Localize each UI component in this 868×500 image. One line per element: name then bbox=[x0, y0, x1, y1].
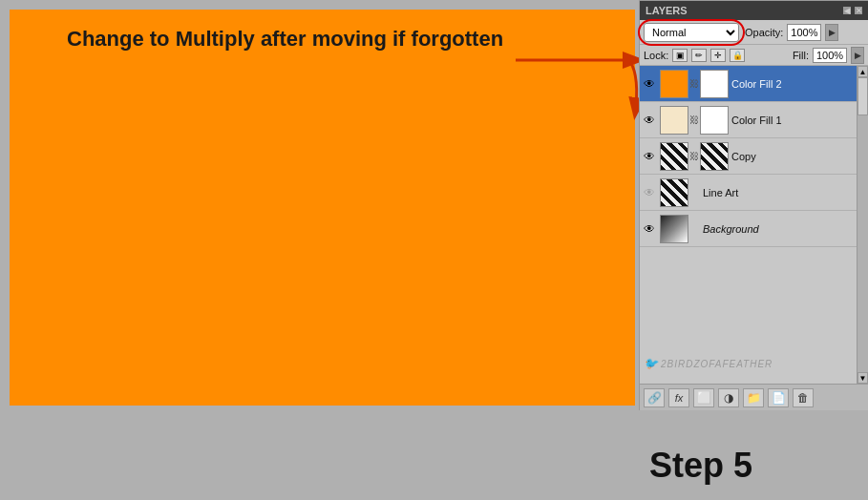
lock-row: Lock: ▣ ✏ ✛ 🔒 Fill: 100% ▶ bbox=[640, 45, 868, 66]
layer-chain-icon bbox=[689, 185, 699, 200]
layer-row[interactable]: 👁 ⛓ Copy bbox=[640, 138, 868, 175]
layers-panel-titlebar: LAYERS ◀ ✕ bbox=[640, 1, 868, 20]
adjustment-btn[interactable]: ◑ bbox=[718, 388, 739, 407]
layer-chain-icon bbox=[689, 221, 699, 237]
link-layers-btn[interactable]: 🔗 bbox=[644, 388, 665, 407]
scroll-thumb[interactable] bbox=[857, 77, 868, 115]
fx-btn[interactable]: fx bbox=[668, 388, 689, 407]
layer-visibility-toggle[interactable]: 👁 bbox=[642, 185, 657, 200]
layer-name: Background bbox=[703, 223, 852, 235]
layer-thumb-1 bbox=[660, 178, 688, 207]
layer-row[interactable]: 👁 ⛓ Color Fill 1 bbox=[640, 102, 868, 138]
layer-visibility-toggle[interactable]: 👁 bbox=[642, 149, 657, 164]
opacity-arrow-btn[interactable]: ▶ bbox=[825, 24, 838, 41]
layer-visibility-toggle[interactable]: 👁 bbox=[642, 76, 657, 92]
blend-mode-select[interactable]: Normal Dissolve Multiply Screen Overlay bbox=[644, 23, 739, 42]
blend-mode-row: Normal Dissolve Multiply Screen Overlay … bbox=[640, 20, 868, 45]
fill-arrow-btn[interactable]: ▶ bbox=[851, 47, 864, 64]
layer-thumbnail-group: ⛓ bbox=[660, 106, 729, 135]
layer-thumb-2 bbox=[700, 70, 729, 98]
layers-panel: LAYERS ◀ ✕ Normal Dissolve Multiply Scre… bbox=[639, 0, 868, 410]
panel-close-btn[interactable]: ✕ bbox=[855, 7, 862, 14]
opacity-label: Opacity: bbox=[745, 27, 783, 38]
layer-name: Copy bbox=[731, 151, 866, 162]
layer-thumbnail-group bbox=[660, 215, 700, 243]
scroll-up-btn[interactable]: ▲ bbox=[857, 66, 868, 77]
layer-thumbnail-group: ⛓ bbox=[660, 142, 729, 171]
watermark-text: 2BIRDZOFAFEATHER bbox=[661, 359, 773, 369]
watermark: 🐦 2BIRDZOFAFEATHER bbox=[644, 357, 773, 370]
layer-thumbnail-group bbox=[660, 178, 700, 207]
layer-thumb-1 bbox=[660, 142, 688, 171]
panel-collapse-btn[interactable]: ◀ bbox=[843, 7, 851, 14]
layer-row[interactable]: 👁 ⛓ Color Fill 2 bbox=[640, 66, 868, 102]
lock-all-btn[interactable]: 🔒 bbox=[730, 49, 745, 62]
group-btn[interactable]: 📁 bbox=[743, 388, 764, 407]
layer-name: Color Fill 1 bbox=[731, 115, 866, 126]
layer-thumb-1 bbox=[660, 106, 688, 135]
layer-name: Color Fill 2 bbox=[731, 78, 866, 90]
lock-position-btn[interactable]: ✛ bbox=[710, 49, 726, 62]
layer-thumbnail-group: ⛓ bbox=[660, 70, 729, 98]
add-mask-btn[interactable]: ⬜ bbox=[693, 388, 714, 407]
layer-visibility-toggle[interactable]: 👁 bbox=[642, 113, 657, 128]
layer-thumb-2 bbox=[700, 106, 729, 135]
fill-label: Fill: bbox=[793, 50, 809, 61]
step-label: Step 5 bbox=[649, 446, 752, 486]
layer-name: Line Art bbox=[703, 187, 866, 198]
layer-visibility-toggle[interactable]: 👁 bbox=[642, 221, 657, 237]
fill-value: 100% bbox=[813, 48, 847, 63]
opacity-value: 100% bbox=[787, 24, 821, 41]
layer-chain-icon: ⛓ bbox=[689, 149, 699, 164]
layer-thumb-1 bbox=[660, 215, 688, 243]
layer-chain-icon: ⛓ bbox=[689, 76, 699, 92]
layer-chain-icon: ⛓ bbox=[689, 113, 699, 128]
layer-thumb-2 bbox=[700, 142, 729, 171]
layers-panel-title: LAYERS bbox=[646, 5, 688, 16]
panel-scrollbar[interactable]: ▲ ▼ bbox=[857, 66, 868, 384]
lock-label: Lock: bbox=[644, 50, 668, 61]
layers-bottom-toolbar: 🔗 fx ⬜ ◑ 📁 📄 🗑 bbox=[640, 384, 868, 410]
layer-row[interactable]: 👁 Line Art bbox=[640, 175, 868, 211]
scroll-down-btn[interactable]: ▼ bbox=[857, 372, 868, 384]
layer-row[interactable]: 👁 Background 🔒 bbox=[640, 211, 868, 247]
layer-thumb-1 bbox=[660, 70, 688, 98]
lock-transparent-btn[interactable]: ▣ bbox=[672, 49, 688, 62]
annotation-text: Change to Multiply after moving if forgo… bbox=[67, 27, 503, 52]
layers-list: 👁 ⛓ Color Fill 2 👁 ⛓ bbox=[640, 66, 868, 247]
new-layer-btn[interactable]: 📄 bbox=[768, 388, 789, 407]
lock-image-btn[interactable]: ✏ bbox=[691, 49, 707, 62]
delete-layer-btn[interactable]: 🗑 bbox=[793, 388, 814, 407]
